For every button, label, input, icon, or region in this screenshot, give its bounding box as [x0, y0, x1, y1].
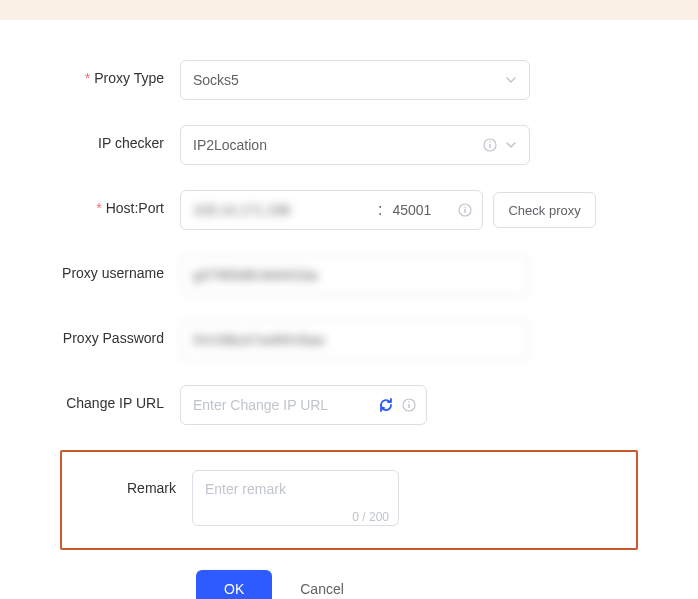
row-change-ip-url: Change IP URL — [60, 385, 638, 425]
footer-buttons: OK Cancel — [60, 570, 638, 599]
row-proxy-type: *Proxy Type Socks5 — [60, 60, 638, 100]
proxy-type-value: Socks5 — [193, 72, 239, 88]
row-proxy-password: Proxy Password — [60, 320, 638, 360]
label-proxy-username: Proxy username — [60, 255, 180, 281]
remark-counter: 0 / 200 — [352, 510, 389, 524]
host-input[interactable] — [191, 201, 370, 219]
svg-rect-8 — [408, 404, 409, 408]
info-icon — [402, 398, 416, 412]
info-icon — [483, 138, 497, 152]
proxy-password-input[interactable] — [180, 320, 530, 360]
refresh-icon[interactable] — [378, 397, 394, 413]
row-ip-checker: IP checker IP2Location — [60, 125, 638, 165]
svg-point-1 — [489, 141, 491, 143]
row-host-port: *Host:Port : Check proxy — [60, 190, 638, 230]
top-accent-bar — [0, 0, 698, 20]
label-remark: Remark — [72, 470, 192, 496]
ip-checker-value: IP2Location — [193, 137, 267, 153]
ip-checker-select[interactable]: IP2Location — [180, 125, 530, 165]
chevron-down-icon — [505, 74, 517, 86]
cancel-button[interactable]: Cancel — [294, 580, 350, 598]
label-proxy-password: Proxy Password — [60, 320, 180, 346]
ok-button[interactable]: OK — [196, 570, 272, 599]
host-port-separator: : — [378, 201, 382, 219]
svg-point-7 — [408, 401, 410, 403]
svg-point-4 — [465, 206, 467, 208]
info-icon — [458, 203, 472, 217]
label-change-ip-url: Change IP URL — [60, 385, 180, 411]
label-ip-checker: IP checker — [60, 125, 180, 151]
svg-rect-5 — [465, 209, 466, 213]
change-ip-url-input[interactable] — [191, 396, 370, 414]
label-proxy-type: *Proxy Type — [60, 60, 180, 86]
remark-highlight-box: Remark 0 / 200 — [60, 450, 638, 550]
check-proxy-button[interactable]: Check proxy — [493, 192, 595, 228]
change-ip-url-group — [180, 385, 427, 425]
chevron-down-icon — [505, 139, 517, 151]
row-proxy-username: Proxy username — [60, 255, 638, 295]
label-host-port: *Host:Port — [60, 190, 180, 216]
svg-rect-2 — [489, 144, 490, 148]
proxy-username-input[interactable] — [180, 255, 530, 295]
port-input[interactable] — [390, 201, 450, 219]
proxy-type-select[interactable]: Socks5 — [180, 60, 530, 100]
row-remark: Remark 0 / 200 — [72, 470, 626, 530]
proxy-form: *Proxy Type Socks5 IP checker IP2Locatio… — [0, 20, 698, 599]
host-port-group: : — [180, 190, 483, 230]
